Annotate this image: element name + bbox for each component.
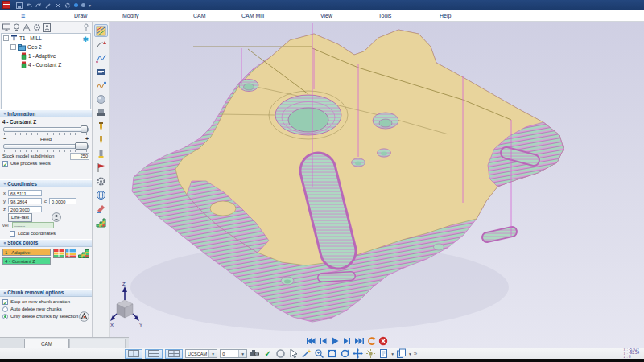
- 3d-viewport[interactable]: Z X Y: [110, 22, 644, 348]
- stock-color-row-constantz[interactable]: 4 - Constant Z: [2, 257, 51, 265]
- menu-tools[interactable]: Tools: [378, 12, 391, 20]
- vt-toolpath-edit-icon[interactable]: [94, 79, 108, 92]
- chunk-tool-icon[interactable]: [79, 311, 89, 323]
- stock-layer-icon-1[interactable]: [53, 249, 64, 258]
- stock-terrace-icon[interactable]: [78, 249, 89, 258]
- vt-cam-window-icon[interactable]: [94, 65, 108, 78]
- viewport-layout-button-2[interactable]: [145, 349, 163, 359]
- restart-loop-button[interactable]: [366, 336, 376, 346]
- x-coordinate-field[interactable]: 68.5111: [8, 190, 42, 196]
- step-back-button[interactable]: [318, 336, 328, 346]
- viewport-layout-button-1[interactable]: [125, 349, 142, 359]
- stock-layer-icon-2[interactable]: [65, 249, 76, 258]
- step-forward-button[interactable]: [342, 336, 352, 346]
- tree-node-group[interactable]: - Geo 2: [2, 43, 90, 51]
- tree-node-tool[interactable]: - T1 - MILL: [2, 34, 90, 43]
- feed-plus-button[interactable]: +: [85, 136, 89, 142]
- light-render-icon[interactable]: [365, 348, 376, 359]
- more-tools-icon[interactable]: »: [414, 350, 417, 357]
- feed-minus-button[interactable]: −: [3, 136, 6, 142]
- vt-globe-icon[interactable]: [94, 188, 108, 201]
- use-process-feeds-checkbox[interactable]: ✓: [2, 161, 8, 167]
- viewport-layout-button-3[interactable]: [165, 349, 183, 359]
- expand-icon[interactable]: -: [10, 44, 16, 50]
- vt-gear-icon[interactable]: [94, 175, 108, 187]
- chevron-down-icon[interactable]: ▾: [238, 350, 246, 357]
- vt-stamp-icon[interactable]: [94, 202, 108, 215]
- auto-delete-radio[interactable]: [2, 306, 8, 312]
- copy-document-icon[interactable]: [378, 348, 389, 359]
- stop-button[interactable]: [378, 336, 388, 346]
- vt-drill-icon[interactable]: [94, 120, 108, 133]
- delete-by-selection-radio[interactable]: [2, 314, 8, 319]
- vt-rotate-tool-icon[interactable]: [94, 38, 108, 51]
- record-target-icon[interactable]: [275, 348, 286, 359]
- c-coordinate-field[interactable]: 0.0000: [49, 198, 76, 204]
- measure-icon[interactable]: [23, 23, 31, 31]
- chevron-down-icon[interactable]: ▾: [208, 350, 217, 357]
- fit-view-icon[interactable]: [327, 348, 337, 359]
- expand-icon[interactable]: -: [3, 35, 9, 41]
- feed-slider[interactable]: [3, 144, 89, 149]
- delete-icon[interactable]: [55, 2, 61, 9]
- slider-handle[interactable]: [80, 125, 88, 133]
- vt-toolpath-icon[interactable]: [94, 51, 108, 64]
- undo-icon[interactable]: [26, 2, 32, 9]
- gear-icon[interactable]: [33, 23, 41, 31]
- vt-sphere-icon[interactable]: [94, 93, 108, 105]
- tree-node-op1[interactable]: 1 - Adaptive: [2, 51, 90, 60]
- pin-icon[interactable]: [83, 23, 89, 31]
- motion-mode-button[interactable]: Line-fast: [8, 213, 32, 222]
- tree-node-op2[interactable]: 4 - Constant Z: [2, 60, 90, 69]
- report-icon[interactable]: [43, 23, 51, 32]
- qat-dropdown-icon[interactable]: ▾: [89, 2, 91, 8]
- measure-wand-icon[interactable]: [301, 348, 312, 359]
- skip-to-start-button[interactable]: [306, 336, 316, 346]
- vt-press-icon[interactable]: [94, 106, 108, 119]
- edit-icon[interactable]: [45, 2, 52, 9]
- paste-document-icon[interactable]: [396, 348, 407, 359]
- menu-cam-mill[interactable]: CAM Mill: [242, 12, 264, 20]
- settings-icon[interactable]: [64, 2, 71, 9]
- menu-view[interactable]: View: [320, 12, 332, 20]
- vt-flag-icon[interactable]: [94, 161, 108, 174]
- orbit-view-icon[interactable]: [340, 348, 350, 359]
- stop-on-chunk-checkbox[interactable]: ✓: [2, 299, 8, 305]
- vt-mill-tool-icon[interactable]: [94, 147, 108, 160]
- vt-simulation-icon[interactable]: [94, 24, 108, 37]
- menu-cam[interactable]: CAM: [193, 12, 206, 20]
- section-header-chunk-removal[interactable]: « Chunk removal options: [0, 289, 92, 297]
- vt-stock-colors-icon[interactable]: [94, 216, 108, 228]
- section-header-information[interactable]: « Information: [0, 109, 92, 117]
- chevron-down-icon[interactable]: ▾: [391, 352, 394, 356]
- play-button[interactable]: [330, 336, 340, 346]
- render-camera-icon[interactable]: [250, 348, 260, 359]
- subdivision-input[interactable]: 250: [70, 153, 89, 160]
- menu-modify[interactable]: Modify: [122, 12, 139, 20]
- local-coordinates-checkbox[interactable]: [10, 231, 15, 237]
- zoom-window-icon[interactable]: [314, 348, 324, 359]
- operation-icon: [21, 52, 27, 60]
- slider-handle[interactable]: [75, 142, 88, 150]
- vt-tap-icon[interactable]: [94, 134, 108, 146]
- hamburger-menu-icon[interactable]: ≡: [21, 11, 25, 21]
- bulb-icon[interactable]: [13, 23, 20, 31]
- monitor-icon[interactable]: [2, 23, 10, 31]
- stock-color-row-adaptive[interactable]: 1 - Adaptive: [2, 249, 51, 256]
- pan-view-icon[interactable]: [353, 348, 363, 359]
- level-select[interactable]: 0 ▾: [220, 349, 247, 358]
- save-icon[interactable]: [16, 2, 23, 9]
- ucs-select[interactable]: UCSCAM ▾: [185, 349, 217, 358]
- redo-icon[interactable]: [35, 2, 42, 9]
- section-header-coordinates[interactable]: « Coordinates: [0, 179, 92, 187]
- menu-draw[interactable]: Draw: [74, 12, 87, 20]
- chevron-down-icon[interactable]: ▾: [409, 352, 411, 356]
- select-cursor-icon[interactable]: [288, 348, 299, 359]
- z-coordinate-field[interactable]: 200.3000: [8, 206, 42, 212]
- skip-to-end-button[interactable]: [354, 336, 364, 346]
- verify-check-icon[interactable]: ✓: [262, 348, 273, 359]
- y-coordinate-field[interactable]: 98.2864: [8, 198, 42, 204]
- section-header-stock-colors[interactable]: « Stock colors: [0, 239, 92, 247]
- menu-help[interactable]: Help: [440, 12, 451, 20]
- progress-slider[interactable]: [3, 127, 89, 132]
